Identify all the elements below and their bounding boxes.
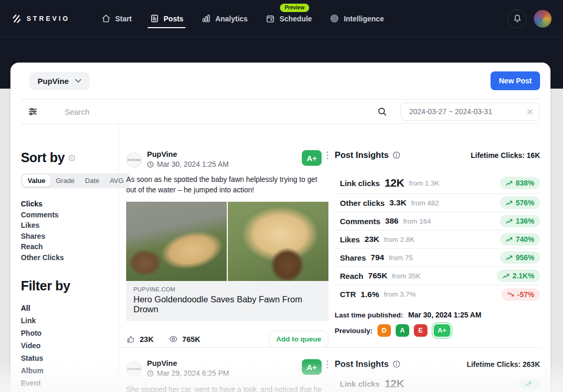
insights-title-wrap: Post Insights <box>335 150 400 160</box>
delta-value: 576% <box>516 199 534 207</box>
nav-label-intelligence: Intelligence <box>344 15 384 23</box>
post-identity: PupVine Mar 29, 2024 6:25 PM <box>147 359 229 377</box>
filter-settings-button[interactable] <box>24 103 42 120</box>
sort-item-reach[interactable]: Reach <box>21 241 118 252</box>
navbar: STREVIO Start Posts <box>0 0 563 38</box>
previous-grade-badge: E <box>414 324 427 337</box>
insight-row-link-clicks: Link clicks 12K from 1.3K 838% <box>335 173 540 194</box>
new-post-button[interactable]: New Post <box>491 71 540 90</box>
delta-badge: 576% <box>500 197 540 209</box>
last-published-line: Last time published: Mar 30, 2024 1:25 A… <box>335 311 540 319</box>
analytics-icon <box>201 14 211 23</box>
post-photo-left <box>126 202 227 281</box>
filter-by-label: Filter by <box>21 278 70 293</box>
insight-value: 765K <box>368 271 387 280</box>
post-date-row: Mar 29, 2024 6:25 PM <box>147 369 229 377</box>
filter-item-album[interactable]: Album <box>21 364 118 377</box>
trend-up-icon <box>506 237 512 242</box>
filter-item-event[interactable]: Event <box>21 377 118 389</box>
main-panel: PupVine New Post Search 2024-03-27 ~ 202… <box>10 63 550 392</box>
delta-badge: -57% <box>501 288 540 301</box>
notifications-button[interactable] <box>508 9 527 28</box>
previous-grade-badge: A+ <box>434 324 450 337</box>
posts-area: PUPVINE PupVine Mar 30, 2024 1:25 AM A+ <box>119 124 550 392</box>
info-icon[interactable] <box>68 154 76 162</box>
sort-item-clicks[interactable]: Clicks <box>21 199 118 210</box>
search-submit-button[interactable] <box>374 104 390 119</box>
insight-value: 386 <box>385 216 399 226</box>
date-range-picker[interactable]: 2024-03-27 ~ 2024-03-31 <box>400 103 540 121</box>
bell-icon <box>512 14 522 23</box>
filter-item-link[interactable]: Link <box>21 314 118 327</box>
brand-name: STREVIO <box>27 15 70 22</box>
intelligence-icon <box>329 14 339 23</box>
add-to-queue-button[interactable]: Add to queue <box>269 330 328 348</box>
tab-grade[interactable]: Grade <box>51 175 80 187</box>
fawn-shape <box>270 248 304 281</box>
filter-item-photo[interactable]: Photo <box>21 327 118 339</box>
nav-item-posts[interactable]: Posts <box>143 0 190 38</box>
insight-row-link-clicks: Link clicks 12K <box>335 373 540 392</box>
link-preview-card[interactable]: PUPVINE.COM Hero Goldendoodle Saves Baby… <box>126 281 328 321</box>
link-domain: PUPVINE.COM <box>133 286 321 292</box>
post-timestamp: Mar 30, 2024 1:25 AM <box>157 160 229 168</box>
post-insights: Post Insights Lifetime Clicks: 263K Link… <box>328 348 540 392</box>
nav-item-schedule[interactable]: Preview Schedule <box>259 0 318 38</box>
nav-label-analytics: Analytics <box>215 15 248 23</box>
filter-item-status[interactable]: Status <box>21 352 118 364</box>
post-card: PUPVINE PupVine Mar 29, 2024 6:25 PM A+ <box>119 348 328 392</box>
fawn-shape <box>128 249 163 276</box>
insight-label: Likes <box>340 235 360 244</box>
post-media[interactable] <box>126 202 328 281</box>
hide-scheduled-row: Hide scheduled <box>21 389 118 392</box>
insight-row-shares: Shares 794 from 75 956% <box>335 249 540 267</box>
last-published-date: Mar 30, 2024 1:25 AM <box>408 311 481 319</box>
insight-from: from 3.7% <box>384 290 416 298</box>
sort-item-comments[interactable]: Comments <box>21 210 118 220</box>
filter-item-all[interactable]: All <box>21 302 118 314</box>
post-footer: 23K 765K Add to queue <box>126 330 328 348</box>
brand-logo[interactable]: STREVIO <box>11 14 70 24</box>
nav-item-analytics[interactable]: Analytics <box>195 0 254 38</box>
account-selector[interactable]: PupVine <box>29 72 90 90</box>
post-header: PUPVINE PupVine Mar 30, 2024 1:25 AM A+ <box>126 150 328 168</box>
filter-item-video[interactable]: Video <box>21 339 118 352</box>
post-identity: PupVine Mar 30, 2024 1:25 AM <box>147 150 229 168</box>
delta-value: 740% <box>516 235 534 243</box>
trend-up-icon <box>506 181 512 186</box>
filter-by-title: Filter by <box>21 278 118 293</box>
sort-list: Clicks Comments Likes Shares Reach Other… <box>21 199 118 263</box>
info-icon[interactable] <box>393 151 400 159</box>
insight-from: from 2.8K <box>384 236 415 243</box>
nav-item-start[interactable]: Start <box>95 0 138 38</box>
delta-badge: 2.1K% <box>497 270 540 282</box>
trend-up-icon <box>503 274 509 278</box>
tab-date[interactable]: Date <box>80 175 104 187</box>
post-body-text: She stopped her car, went to have a look… <box>126 385 328 392</box>
sort-item-likes[interactable]: Likes <box>21 220 118 231</box>
tab-value[interactable]: Value <box>22 175 51 187</box>
sort-item-shares[interactable]: Shares <box>21 231 118 242</box>
insight-from: from 1.3K <box>409 179 439 187</box>
sort-item-other-clicks[interactable]: Other Clicks <box>21 252 118 263</box>
insight-value: 12K <box>385 377 405 390</box>
insight-row-ctr: CTR 1.6% from 3.7% -57% <box>335 285 540 303</box>
post-date-row: Mar 30, 2024 1:25 AM <box>147 160 229 168</box>
delta-badge: 838% <box>500 177 540 189</box>
insight-row-likes: Likes 23K from 2.8K 740% <box>335 230 540 249</box>
delta-value: -57% <box>517 290 534 299</box>
close-icon[interactable] <box>527 108 533 115</box>
post-row: PUPVINE PupVine Mar 30, 2024 1:25 AM A+ <box>119 124 540 348</box>
delta-badge <box>519 379 540 388</box>
search-icon <box>377 106 387 117</box>
previous-grade-badge: D <box>377 324 391 337</box>
user-avatar[interactable] <box>534 10 552 28</box>
delta-value: 2.1K% <box>512 272 534 280</box>
insight-label: Link clicks <box>340 379 380 388</box>
search-input[interactable]: Search <box>65 107 374 116</box>
nav-item-intelligence[interactable]: Intelligence <box>323 0 390 38</box>
insight-from: from 75 <box>389 254 413 262</box>
info-icon[interactable] <box>393 360 400 368</box>
insight-row-other-clicks: Other clicks 3.3K from 482 576% <box>335 194 540 212</box>
insight-from: from 35K <box>392 272 421 280</box>
